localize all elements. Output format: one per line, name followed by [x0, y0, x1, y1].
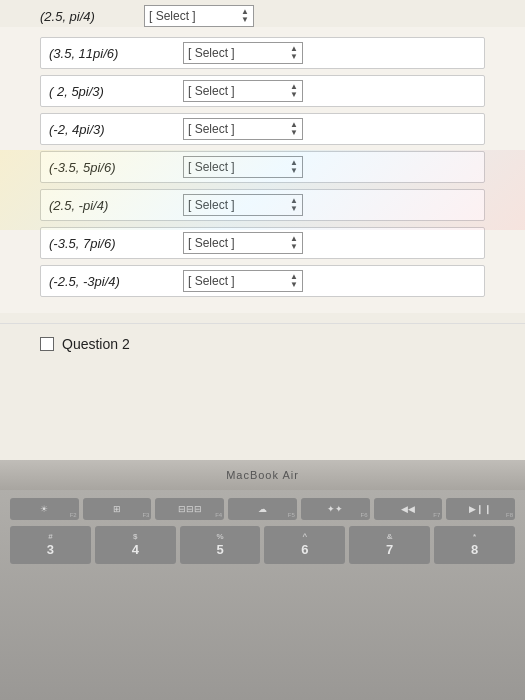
num-key-4[interactable]: $4 — [95, 526, 176, 564]
select-label: [ Select ] — [188, 46, 235, 60]
row-select[interactable]: [ Select ]▲▼ — [183, 156, 303, 178]
num-key-row: #3$4%5^6&7*8 — [0, 524, 525, 566]
num-key-top: # — [48, 532, 52, 542]
select-label: [ Select ] — [188, 274, 235, 288]
select-label: [ Select ] — [188, 236, 235, 250]
fn-key-f5[interactable]: ☁F5 — [228, 498, 297, 520]
fn-key-label: F5 — [288, 512, 295, 518]
num-key-bottom: 8 — [471, 542, 478, 558]
worksheet-row: (2.5, -pi/4)[ Select ]▲▼ — [40, 189, 485, 221]
fn-key-label: F2 — [70, 512, 77, 518]
worksheet-row: (-3.5, 7pi/6)[ Select ]▲▼ — [40, 227, 485, 259]
row-coord: (-3.5, 5pi/6) — [49, 160, 179, 175]
fn-key-icon: ☁ — [258, 504, 267, 514]
row-coord: ( 2, 5pi/3) — [49, 84, 179, 99]
fn-key-f8[interactable]: ▶❙❙F8 — [446, 498, 515, 520]
question-section: Question 2 — [0, 323, 525, 364]
num-key-top: * — [473, 532, 476, 542]
macbook-brand-label: MacBook Air — [226, 469, 299, 481]
row-coord: (2.5, -pi/4) — [49, 198, 179, 213]
select-label: [ Select ] — [188, 160, 235, 174]
fn-key-f2[interactable]: ☀F2 — [10, 498, 79, 520]
num-key-top: & — [387, 532, 393, 542]
fn-key-label: F3 — [142, 512, 149, 518]
row-select[interactable]: [ Select ]▲▼ — [183, 270, 303, 292]
select-label: [ Select ] — [188, 84, 235, 98]
partial-stepper[interactable]: ▲ ▼ — [241, 8, 249, 24]
worksheet: (3.5, 11pi/6)[ Select ]▲▼( 2, 5pi/3)[ Se… — [0, 27, 525, 313]
question2-checkbox[interactable] — [40, 337, 54, 351]
fn-key-icon: ⊞ — [113, 504, 121, 514]
num-key-bottom: 6 — [301, 542, 308, 558]
row-stepper[interactable]: ▲▼ — [290, 83, 298, 99]
row-coord: (3.5, 11pi/6) — [49, 46, 179, 61]
num-key-6[interactable]: ^6 — [264, 526, 345, 564]
row-stepper[interactable]: ▲▼ — [290, 235, 298, 251]
fn-key-label: F6 — [361, 512, 368, 518]
num-key-top: $ — [133, 532, 137, 542]
row-coord: (-2.5, -3pi/4) — [49, 274, 179, 289]
num-key-7[interactable]: &7 — [349, 526, 430, 564]
select-label: [ Select ] — [188, 198, 235, 212]
worksheet-row: (-2, 4pi/3)[ Select ]▲▼ — [40, 113, 485, 145]
fn-key-f6[interactable]: ✦✦F6 — [301, 498, 370, 520]
num-key-8[interactable]: *8 — [434, 526, 515, 564]
fn-key-f7[interactable]: ◀◀F7 — [374, 498, 443, 520]
fn-key-label: F4 — [215, 512, 222, 518]
num-key-top: % — [217, 532, 224, 542]
row-select[interactable]: [ Select ]▲▼ — [183, 232, 303, 254]
num-key-bottom: 7 — [386, 542, 393, 558]
partial-select[interactable]: [ Select ] ▲ ▼ — [144, 5, 254, 27]
row-coord: (-3.5, 7pi/6) — [49, 236, 179, 251]
select-label: [ Select ] — [188, 122, 235, 136]
fn-key-label: F8 — [506, 512, 513, 518]
num-key-bottom: 4 — [132, 542, 139, 558]
num-key-bottom: 3 — [47, 542, 54, 558]
worksheet-row: (-3.5, 5pi/6)[ Select ]▲▼ — [40, 151, 485, 183]
laptop-screen: (2.5, pi/4) [ Select ] ▲ ▼ (3.5, 11pi/6)… — [0, 0, 525, 470]
keyboard-area: ☀F2⊞F3⊟⊟⊟F4☁F5✦✦F6◀◀F7▶❙❙F8 #3$4%5^6&7*8 — [0, 490, 525, 700]
row-stepper[interactable]: ▲▼ — [290, 159, 298, 175]
fn-key-icon: ⊟⊟⊟ — [178, 504, 202, 514]
num-key-bottom: 5 — [216, 542, 223, 558]
worksheet-row: ( 2, 5pi/3)[ Select ]▲▼ — [40, 75, 485, 107]
fn-key-f3[interactable]: ⊞F3 — [83, 498, 152, 520]
row-stepper[interactable]: ▲▼ — [290, 273, 298, 289]
fn-key-f4[interactable]: ⊟⊟⊟F4 — [155, 498, 224, 520]
row-stepper[interactable]: ▲▼ — [290, 121, 298, 137]
laptop-bezel-bottom: MacBook Air — [0, 460, 525, 490]
row-select[interactable]: [ Select ]▲▼ — [183, 42, 303, 64]
row-coord: (-2, 4pi/3) — [49, 122, 179, 137]
num-key-top: ^ — [303, 532, 308, 542]
fn-key-icon: ☀ — [40, 504, 48, 514]
fn-key-row: ☀F2⊞F3⊟⊟⊟F4☁F5✦✦F6◀◀F7▶❙❙F8 — [0, 490, 525, 524]
question2-label: Question 2 — [62, 336, 130, 352]
partial-top-row: (2.5, pi/4) [ Select ] ▲ ▼ — [0, 0, 525, 27]
row-select[interactable]: [ Select ]▲▼ — [183, 194, 303, 216]
row-select[interactable]: [ Select ]▲▼ — [183, 118, 303, 140]
fn-key-icon: ◀◀ — [401, 504, 415, 514]
row-select[interactable]: [ Select ]▲▼ — [183, 80, 303, 102]
num-key-3[interactable]: #3 — [10, 526, 91, 564]
partial-coord: (2.5, pi/4) — [40, 9, 140, 24]
row-stepper[interactable]: ▲▼ — [290, 197, 298, 213]
fn-key-icon: ✦✦ — [327, 504, 343, 514]
fn-key-icon: ▶❙❙ — [469, 504, 492, 514]
worksheet-row: (3.5, 11pi/6)[ Select ]▲▼ — [40, 37, 485, 69]
fn-key-label: F7 — [433, 512, 440, 518]
row-stepper[interactable]: ▲▼ — [290, 45, 298, 61]
worksheet-row: (-2.5, -3pi/4)[ Select ]▲▼ — [40, 265, 485, 297]
num-key-5[interactable]: %5 — [180, 526, 261, 564]
